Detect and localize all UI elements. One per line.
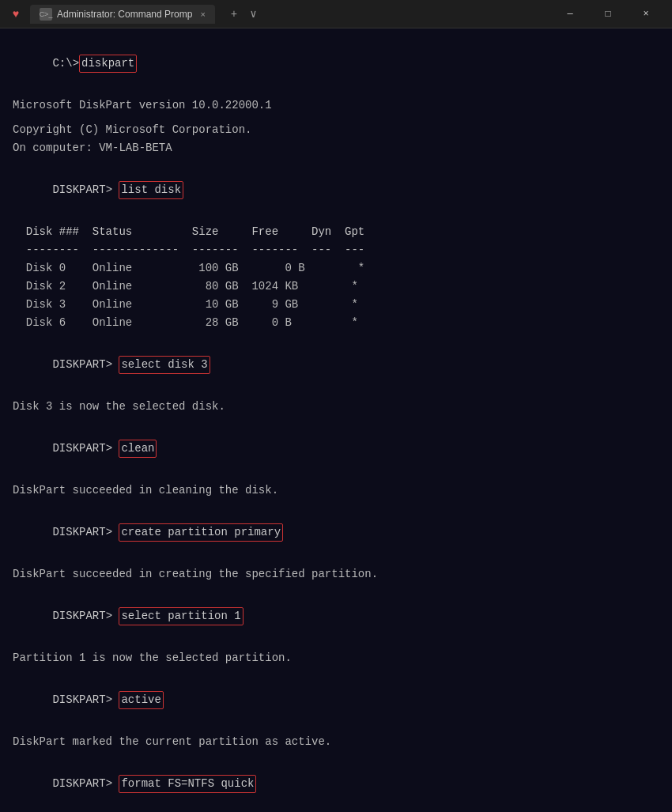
titlebar-controls: — □ ×	[552, 2, 664, 27]
heart-icon: ♥	[13, 8, 19, 21]
table-row-disk6: Disk 6 Online 28 GB 0 B *	[13, 315, 659, 331]
line-select-partition: DISKPART> select partition 1	[13, 591, 659, 642]
line-diskpart-prompt: C:\>diskpart	[13, 38, 659, 89]
table-header: Disk ### Status Size Free Dyn Gpt	[13, 224, 659, 240]
titlebar: ♥ C>_ Administrator: Command Promp × + ∨…	[0, 0, 672, 28]
cmd-active: active	[119, 691, 163, 709]
line-copyright: Copyright (C) Microsoft Corporation.	[13, 122, 659, 138]
line-active-success: DiskPart marked the current partition as…	[13, 734, 659, 750]
line-disk-selected: Disk 3 is now the selected disk.	[13, 398, 659, 415]
line-active: DISKPART> active	[13, 674, 659, 726]
maximize-button[interactable]: □	[590, 2, 626, 27]
active-tab[interactable]: C>_ Administrator: Command Promp ×	[30, 5, 215, 24]
line-clean: DISKPART> clean	[13, 423, 659, 474]
tab-close-button[interactable]: ×	[200, 9, 205, 19]
line-partition-selected: Partition 1 is now the selected partitio…	[13, 650, 659, 667]
tab-title: Administrator: Command Promp	[57, 9, 192, 20]
app-icon: ♥	[8, 6, 24, 22]
minimize-button[interactable]: —	[552, 2, 588, 27]
cmd-diskpart: diskpart	[79, 55, 137, 73]
table-row-disk3: Disk 3 Online 10 GB 9 GB *	[13, 296, 659, 313]
line-format: DISKPART> format FS=NTFS quick	[13, 758, 659, 810]
new-tab-button[interactable]: +	[228, 6, 240, 22]
terminal-content[interactable]: C:\>diskpart Microsoft DiskPart version …	[0, 28, 672, 812]
titlebar-left: ♥ C>_ Administrator: Command Promp × + ∨	[8, 5, 260, 24]
line-clean-success: DiskPart succeeded in cleaning the disk.	[13, 482, 659, 499]
cmd-clean: clean	[119, 440, 157, 458]
line-partition-success: DiskPart succeeded in creating the speci…	[13, 566, 659, 583]
line-computer: On computer: VM-LAB-BETA	[13, 140, 659, 157]
cmd-format: format FS=NTFS quick	[119, 775, 256, 793]
tab-dropdown-button[interactable]: ∨	[247, 6, 259, 22]
table-sep: -------- ------------- ------- ------- -…	[13, 242, 659, 259]
terminal-tab-icon: C>_	[40, 8, 52, 21]
close-button[interactable]: ×	[628, 2, 664, 27]
cmd-list-disk: list disk	[119, 181, 183, 199]
line-list-disk: DISKPART> list disk	[13, 164, 659, 216]
table-row-disk0: Disk 0 Online 100 GB 0 B *	[13, 260, 659, 277]
cmd-select-partition: select partition 1	[119, 607, 243, 625]
tab-actions: + ∨	[228, 6, 260, 22]
cmd-create-partition: create partition primary	[119, 523, 283, 542]
cmd-select-disk: select disk 3	[119, 356, 210, 374]
line-version: Microsoft DiskPart version 10.0.22000.1	[13, 97, 659, 114]
line-select-disk: DISKPART> select disk 3	[13, 339, 659, 391]
table-row-disk2: Disk 2 Online 80 GB 1024 KB *	[13, 278, 659, 295]
line-create-partition: DISKPART> create partition primary	[13, 507, 659, 558]
window: ♥ C>_ Administrator: Command Promp × + ∨…	[0, 0, 672, 812]
